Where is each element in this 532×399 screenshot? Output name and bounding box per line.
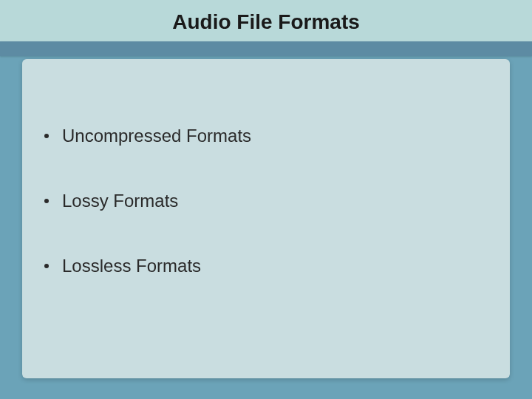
header-underline — [0, 41, 532, 56]
slide: Audio File Formats Uncompressed Formats … — [0, 0, 532, 399]
header-band: Audio File Formats — [0, 0, 532, 55]
slide-title: Audio File Formats — [0, 10, 532, 34]
list-item: Lossy Formats — [44, 191, 488, 211]
bullet-text: Lossy Formats — [62, 191, 178, 211]
bullet-text: Uncompressed Formats — [62, 126, 251, 146]
bullet-icon — [44, 264, 49, 268]
list-item: Uncompressed Formats — [44, 126, 488, 146]
bullet-icon — [44, 199, 49, 203]
bullet-icon — [44, 134, 49, 138]
content-panel: Uncompressed Formats Lossy Formats Lossl… — [22, 59, 510, 378]
bullet-text: Lossless Formats — [62, 256, 201, 276]
list-item: Lossless Formats — [44, 256, 488, 276]
